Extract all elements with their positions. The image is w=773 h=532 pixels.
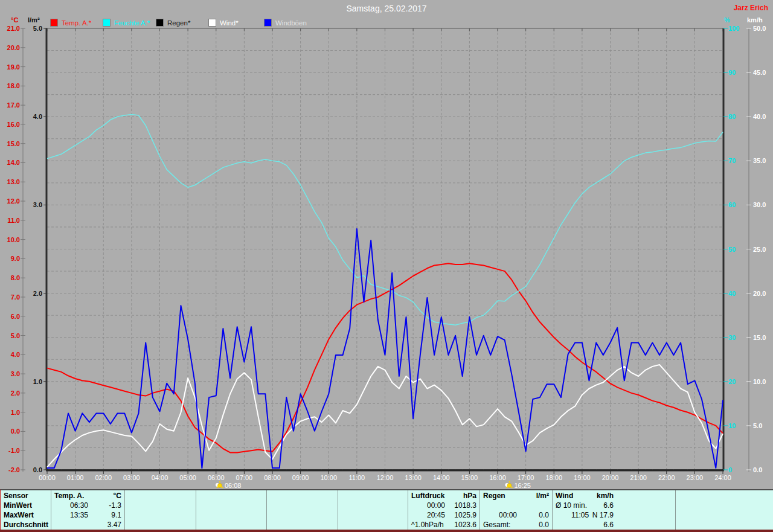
- svg-text:17.0: 17.0: [7, 101, 20, 109]
- svg-text:12:00: 12:00: [377, 474, 394, 481]
- svg-text:50: 50: [728, 246, 736, 253]
- svg-text:06:00: 06:00: [208, 474, 225, 481]
- temp-column: Temp. A.°C 06:30-1.3 13:359.1 3.47: [51, 490, 125, 531]
- column-header: Luftdruck: [411, 491, 444, 501]
- empty-column: [338, 490, 408, 531]
- svg-text:1.0: 1.0: [33, 378, 42, 385]
- svg-text:15.0: 15.0: [7, 140, 20, 147]
- svg-text:10: 10: [728, 422, 736, 429]
- cell: 13:35: [54, 510, 88, 520]
- cell: 11:05: [556, 510, 589, 520]
- svg-text:16:25: 16:25: [514, 482, 531, 489]
- svg-text:3.0: 3.0: [33, 201, 42, 208]
- column-unit: l/m²: [536, 491, 549, 501]
- svg-text:07:00: 07:00: [236, 474, 253, 481]
- cell: Ø 10 min.: [556, 501, 587, 510]
- svg-text:21.0: 21.0: [7, 25, 20, 32]
- svg-text:0.0: 0.0: [11, 428, 20, 435]
- svg-text:00:00: 00:00: [39, 474, 56, 481]
- svg-text:04:00: 04:00: [152, 474, 168, 481]
- svg-text:2.0: 2.0: [11, 389, 20, 397]
- cell: -1.3: [109, 501, 121, 510]
- bottom-edge-bar: [0, 530, 773, 532]
- svg-text:45.0: 45.0: [753, 69, 766, 76]
- page-title: Samstag, 25.02.2017: [0, 4, 773, 13]
- svg-text:20: 20: [728, 378, 736, 385]
- svg-text:5.0: 5.0: [33, 25, 42, 32]
- cell: N 17.9: [592, 510, 614, 520]
- humidity-axis-unit: %: [724, 16, 730, 24]
- svg-text:-2.0: -2.0: [8, 466, 20, 473]
- svg-text:15:00: 15:00: [461, 474, 478, 481]
- svg-text:19.0: 19.0: [7, 63, 20, 71]
- gusts-swatch-icon: [264, 19, 272, 27]
- svg-text:30: 30: [728, 334, 736, 341]
- wind-column: Windkm/h Ø 10 min.6.6 11:05N 17.9 6.6: [553, 490, 676, 531]
- svg-text:09:00: 09:00: [292, 474, 309, 481]
- svg-text:80: 80: [728, 113, 736, 120]
- svg-text:10.0: 10.0: [7, 236, 20, 243]
- column-unit: km/h: [597, 491, 614, 501]
- humidity-swatch-icon: [103, 19, 111, 27]
- cell: 20:45: [411, 510, 445, 520]
- row-label: Durchschnitt: [4, 520, 48, 530]
- empty-column: [196, 490, 267, 531]
- empty-column: [676, 490, 773, 531]
- owner-label: Jarz Erich: [734, 4, 768, 12]
- row-label: MaxWert: [4, 510, 34, 520]
- rain-column: Regenl/m² 00:000.0 Gesamt:0.0: [480, 490, 553, 531]
- legend-label: Feuchte A.*: [114, 19, 150, 27]
- svg-text:13.0: 13.0: [7, 178, 20, 185]
- svg-text:-1.0: -1.0: [8, 447, 20, 454]
- svg-text:19:00: 19:00: [574, 474, 591, 481]
- svg-text:15.0: 15.0: [753, 334, 766, 341]
- svg-text:14.0: 14.0: [7, 159, 20, 166]
- svg-text:90: 90: [728, 69, 736, 76]
- svg-text:4.0: 4.0: [33, 113, 42, 120]
- rain-swatch-icon: [156, 19, 164, 27]
- legend-label: Windböen: [275, 19, 307, 27]
- svg-text:0.0: 0.0: [33, 466, 42, 473]
- column-header: Wind: [556, 491, 573, 501]
- legend-item-temp: Temp. A.*: [50, 19, 91, 27]
- cell: ^1.0hPa/h: [411, 520, 444, 530]
- svg-text:8.0: 8.0: [11, 274, 20, 281]
- svg-text:17:00: 17:00: [518, 474, 534, 481]
- empty-column: [125, 490, 196, 531]
- svg-text:03:00: 03:00: [123, 474, 140, 481]
- pressure-column: LuftdruckhPa 00:001018.3 20:451025.9 ^1.…: [408, 490, 480, 531]
- cell: 06:30: [54, 501, 88, 510]
- svg-text:5.0: 5.0: [11, 332, 20, 339]
- column-header: Regen: [483, 491, 505, 501]
- svg-text:40: 40: [728, 290, 736, 297]
- svg-text:30.0: 30.0: [753, 201, 766, 208]
- cell: 0.0: [539, 520, 549, 530]
- svg-text:16.0: 16.0: [7, 121, 20, 128]
- svg-text:60: 60: [728, 201, 736, 208]
- legend-label: Temp. A.*: [62, 19, 91, 27]
- svg-text:06:08: 06:08: [225, 482, 242, 489]
- chart-area: 21.020.019.018.017.016.015.014.013.012.0…: [0, 0, 773, 489]
- temp-swatch-icon: [50, 19, 58, 27]
- svg-text:25.0: 25.0: [753, 246, 766, 253]
- rain-axis-unit: l/m²: [28, 16, 40, 24]
- cell: 0.0: [539, 510, 549, 520]
- svg-text:40.0: 40.0: [753, 113, 766, 120]
- svg-text:11:00: 11:00: [349, 474, 365, 481]
- svg-text:100: 100: [728, 25, 739, 32]
- svg-text:4.0: 4.0: [11, 351, 20, 358]
- svg-text:01:00: 01:00: [67, 474, 84, 481]
- svg-text:3.0: 3.0: [11, 370, 20, 377]
- svg-text:11.0: 11.0: [7, 217, 20, 224]
- svg-text:12.0: 12.0: [7, 197, 20, 205]
- svg-text:10.0: 10.0: [753, 378, 766, 385]
- column-unit: °C: [114, 491, 121, 501]
- temp-axis-unit: °C: [11, 16, 18, 24]
- svg-text:20.0: 20.0: [753, 290, 766, 297]
- svg-text:18.0: 18.0: [7, 82, 20, 89]
- svg-text:7.0: 7.0: [11, 293, 20, 301]
- wind-swatch-icon: [208, 19, 216, 27]
- svg-text:24:00: 24:00: [714, 474, 731, 481]
- empty-column: [267, 490, 338, 531]
- stats-table: Sensor MinWert MaxWert Durchschnitt Temp…: [0, 489, 773, 531]
